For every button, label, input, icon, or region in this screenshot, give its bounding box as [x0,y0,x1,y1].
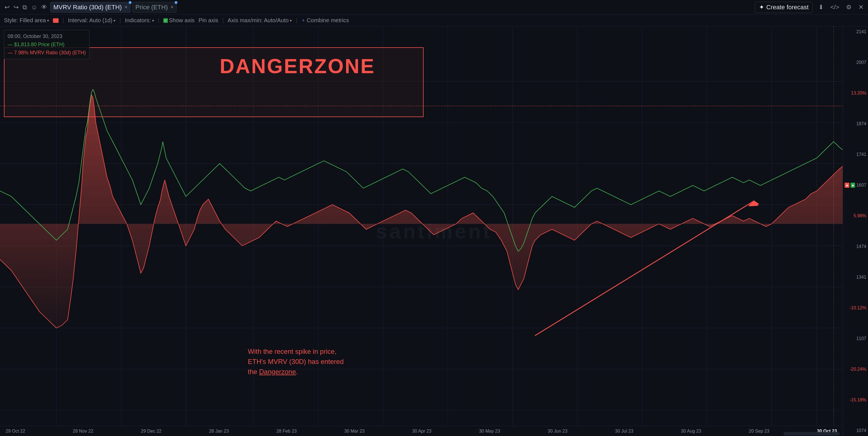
show-axis-toggle[interactable]: ✓ Show axis [163,17,195,24]
redo-button[interactable]: ↪ [12,3,20,12]
x-label-jul23: 30 Jul 23 [615,429,633,434]
x-label-jun23: 30 Jun 23 [548,429,567,434]
color-picker[interactable] [53,18,59,23]
tab-price-label: Price (ETH) [135,4,168,11]
x-label-sep23: 20 Sep 23 [749,429,769,434]
x-label-dec22: 29 Dec 22 [141,429,161,434]
top-bar-actions: ✦ Create forecast ⬇ </> ⚙ ✕ [755,2,865,13]
y-axis: 2141 2007 13.20% 1874 1741 ● ● 1607 5.98… [843,27,868,436]
price-badge: ● [850,183,855,188]
style-arrow: ▾ [47,18,49,23]
chart-area: santiment [0,27,868,436]
x-label-feb23: 28 Feb 23 [276,429,297,434]
y-label-1741: 1741 [845,152,866,157]
x-label-mar23: 30 Mar 23 [344,429,365,434]
style-label: Style: Filled area [4,17,46,24]
style-selector[interactable]: Style: Filled area ▾ [4,17,49,24]
y-label-pct1320: 13.20% [845,91,866,96]
duplicate-button[interactable]: ⧉ [22,3,28,12]
create-forecast-button[interactable]: ✦ Create forecast [755,2,813,13]
close-button[interactable]: ✕ [857,3,865,12]
download-button[interactable]: ⬇ [817,3,825,12]
tab-price-dot [175,1,178,4]
sep1: | [63,17,64,24]
tab-bar: ↩ ↪ ⧉ ☺ 👁 MVRV Ratio (30d) (ETH) × Price… [3,2,177,13]
y-label-pct1012: -10.12% [845,305,866,310]
mvrv-badge: ● [845,183,849,188]
x-label-oct22: 29 Oct 22 [6,429,25,434]
y-label-1341: 1341 [845,275,866,280]
pin-axis-label: Pin axis [198,17,218,24]
x-label-aug23: 30 Aug 23 [681,429,701,434]
chart-scrollbar[interactable] [783,432,840,435]
code-button[interactable]: </> [829,3,840,12]
show-axis-checkbox[interactable]: ✓ [163,18,168,23]
x-axis: 29 Oct 22 28 Nov 22 29 Dec 22 28 Jan 23 … [0,426,843,436]
sep4: | [222,17,224,24]
axis-max-selector[interactable]: Axis max/min: Auto/Auto ▾ [227,17,292,24]
tooltip-mvrv: — 7.98% MVRV Ratio (30d) (ETH) [8,49,86,57]
settings-button[interactable]: ⚙ [845,3,853,12]
sep3: | [158,17,159,24]
y-label-pct1518: -15.18% [845,397,866,403]
y-label-1474: 1474 [845,244,866,249]
indicators-label: Indicators: [125,17,151,24]
y-label-1107: 1107 [845,336,866,341]
axis-max-arrow: ▾ [290,18,292,23]
sep2: | [119,17,121,24]
y-label-1874: 1874 [845,121,866,126]
indicators-selector[interactable]: Indicators: ▾ [125,17,154,24]
tab-active-dot [129,1,131,4]
forecast-icon: ✦ [759,4,764,11]
view-button[interactable]: 👁 [40,3,49,12]
y-label-pct598: 5.98% [845,213,866,219]
emoji-button[interactable]: ☺ [30,3,38,12]
y-label-2007: 2007 [845,60,866,65]
y-label-1074: 1074 [845,428,866,433]
interval-arrow: ▾ [114,18,116,23]
chart-toolbar: Style: Filled area ▾ | Interval: Auto (1… [0,14,868,27]
x-label-nov22: 28 Nov 22 [73,429,93,434]
axis-max-label: Axis max/min: Auto/Auto [227,17,289,24]
y-label-1607: ● ● 1607 [845,183,866,188]
combine-label: Combine metrics [307,17,349,24]
combine-plus-icon: ＋ [301,18,306,23]
interval-label: Interval: Auto (1d) [68,17,112,24]
x-label-may23: 30 May 23 [479,429,500,434]
create-forecast-label: Create forecast [766,4,809,11]
show-axis-label: Show axis [169,17,195,24]
undo-button[interactable]: ↩ [3,3,11,12]
chart-tooltip: 08:00, October 30, 2023 — $1,813.80 Pric… [4,30,90,59]
x-label-jan23: 28 Jan 23 [209,429,229,434]
combine-metrics-button[interactable]: ＋ Combine metrics [301,17,349,24]
sep5: | [296,17,297,24]
y-label-pct2024: -20.24% [845,367,866,372]
tab-price-close[interactable]: × [171,4,174,10]
tab-mvrv-label: MVRV Ratio (30d) (ETH) [53,4,122,11]
tab-mvrv-close[interactable]: × [124,4,128,10]
tooltip-date: 08:00, October 30, 2023 [8,32,86,40]
tooltip-price: — $1,813.80 Price (ETH) [8,40,86,49]
x-label-apr23: 30 Apr 23 [412,429,431,434]
pin-axis-toggle[interactable]: Pin axis [198,17,218,24]
tab-price[interactable]: Price (ETH) × [132,2,177,13]
chart-svg [0,27,843,426]
interval-selector[interactable]: Interval: Auto (1d) ▾ [68,17,116,24]
tab-mvrv[interactable]: MVRV Ratio (30d) (ETH) × [50,2,130,13]
y-label-2141: 2141 [845,29,866,34]
indicators-arrow: ▾ [152,18,154,23]
top-bar: ↩ ↪ ⧉ ☺ 👁 MVRV Ratio (30d) (ETH) × Price… [0,0,868,14]
